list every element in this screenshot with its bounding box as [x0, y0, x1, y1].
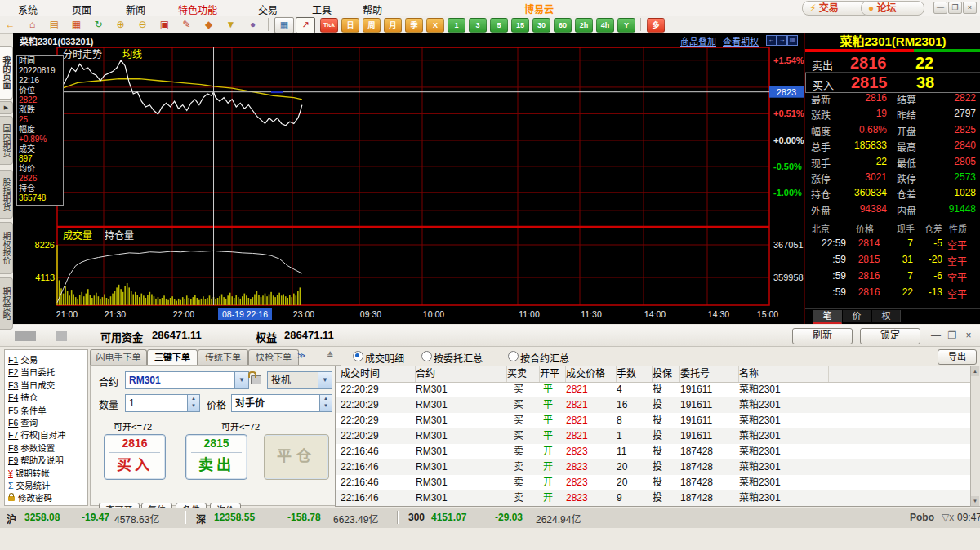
order-tab-快枪下单[interactable]: 快枪下单	[248, 349, 299, 365]
view-options-link[interactable]: 查看期权	[723, 34, 759, 47]
export-button[interactable]: 导出	[938, 349, 977, 365]
alarm-icon[interactable]: ◆	[202, 18, 216, 31]
scroll-up-icon[interactable]: ▲	[971, 366, 979, 376]
forum-button[interactable]: ● 论坛	[861, 1, 924, 16]
tree-item-行权|自对冲[interactable]: F7行权|自对冲	[8, 428, 66, 441]
period-button-季[interactable]: 季	[405, 18, 423, 33]
hedge-select[interactable]: 投机▼	[267, 371, 332, 389]
filter-x-icon[interactable]: ▽x	[942, 512, 954, 523]
trade-minimize-icon[interactable]: —	[929, 330, 942, 341]
unlock-icon[interactable]	[251, 375, 261, 384]
table-scrollbar[interactable]: ▲ ▼	[970, 366, 980, 507]
chevron-down-icon[interactable]: ▼	[318, 372, 332, 388]
order-tab-闪电手下单[interactable]: 闪电手下单	[90, 349, 147, 365]
spinner-icons[interactable]: ▲▼	[187, 395, 199, 411]
back-arrow-icon[interactable]: ←	[3, 18, 17, 31]
ask-row[interactable]: 卖出 2816 22	[805, 54, 980, 73]
period-button-2h[interactable]: 2h	[575, 18, 593, 33]
tree-item-持仓[interactable]: F4持仓	[8, 391, 38, 403]
left-tab-股指期货[interactable]: 股指期货	[0, 170, 13, 219]
menu-item-交易[interactable]: 交易	[255, 2, 281, 17]
table-row[interactable]: 22:20:29RM301买平28214投191611菜粕2301	[336, 382, 971, 397]
table-row[interactable]: 22:16:46RM301卖开282320投187428菜粕2301	[336, 459, 971, 475]
user-badge-icon[interactable]: ●	[246, 18, 260, 31]
period-button-5[interactable]: 5	[490, 18, 508, 33]
table-row[interactable]: 22:20:29RM301买平28218投191611菜粕2301	[336, 413, 971, 428]
collapse-panel-icon[interactable]: ≜	[327, 351, 333, 360]
radio-按委托汇总[interactable]	[421, 351, 432, 361]
menu-item-新闻[interactable]: 新闻	[122, 2, 149, 17]
tree-item-银期转帐[interactable]: ¥银期转帐	[8, 467, 50, 479]
menu-item-系统[interactable]: 系统	[15, 2, 41, 17]
tree-item-帮助及说明[interactable]: F9帮助及说明	[8, 454, 64, 466]
edit-pencil-icon[interactable]: ✎	[180, 18, 194, 31]
period-button-Y[interactable]: Y	[617, 18, 635, 33]
col-header-成交价格[interactable]: 成交价格	[561, 366, 617, 382]
tabs-more-icon[interactable]: ≫	[297, 351, 305, 360]
tree-item-当日成交[interactable]: F3当日成交	[8, 379, 55, 391]
overlay-commodity-link[interactable]: 商品叠加	[680, 34, 716, 47]
tree-item-交易[interactable]: F1交易	[8, 353, 38, 366]
quote-tab-权[interactable]: 权	[872, 310, 901, 322]
maximize-button[interactable]: ❐	[948, 2, 962, 14]
tree-item-修改密码[interactable]: 修改密码	[8, 491, 52, 503]
table-row[interactable]: 22:16:46RM301卖开282311投187428菜粕2301	[336, 444, 971, 459]
lock-button[interactable]: 锁定	[860, 328, 920, 344]
table-row[interactable]: 22:16:46RM301卖开282320投187428菜粕2301	[336, 475, 971, 490]
blocks-icon[interactable]: ▣	[158, 18, 172, 31]
home-icon[interactable]: ⌂	[25, 18, 39, 31]
menu-item-帮助[interactable]: 帮助	[359, 2, 385, 17]
filter-icon[interactable]: ▼	[224, 18, 238, 31]
intraday-chart[interactable]: +1.54%+0.51%+0.00%-0.50%-1.00%2823822641…	[13, 47, 804, 324]
order-tab-三键下单[interactable]: 三键下单	[147, 349, 198, 365]
tree-item-当日委托[interactable]: F2当日委托	[8, 366, 55, 378]
period-button-30[interactable]: 30	[532, 18, 550, 33]
minimize-button[interactable]: —	[933, 2, 947, 14]
radio-按合约汇总[interactable]	[508, 351, 519, 361]
window-mode-icon[interactable]: ▥	[787, 35, 798, 46]
close-position-button[interactable]: 平仓	[264, 434, 329, 480]
order-tab-传统下单[interactable]: 传统下单	[198, 349, 248, 365]
menu-item-特色功能[interactable]: 特色功能	[175, 2, 220, 17]
tree-item-参数设置[interactable]: F8参数设置	[8, 441, 55, 454]
calculator-icon[interactable]: ▦	[69, 18, 83, 31]
contract-select[interactable]: RM301▼	[125, 371, 249, 389]
quote-tab-笔[interactable]: 笔	[813, 310, 842, 324]
sell-button[interactable]: 2815卖出	[185, 434, 247, 480]
quote-tab-价[interactable]: 价	[843, 310, 871, 322]
table-row[interactable]: 22:16:46RM301卖开28239投187428菜粕2301	[336, 490, 971, 506]
next-contract-icon[interactable]: →	[777, 35, 787, 46]
trade-close-icon[interactable]: ×	[962, 330, 975, 341]
period-button-3[interactable]: 3	[469, 18, 487, 33]
qty-input[interactable]: 1▲▼	[125, 394, 200, 412]
menu-item-页面[interactable]: 页面	[69, 2, 95, 17]
period-button-月[interactable]: 月	[384, 18, 402, 33]
refresh-button[interactable]: 刷新	[792, 328, 853, 344]
period-button-多[interactable]: 多	[647, 18, 665, 33]
trend-chart-button[interactable]: ↗	[296, 17, 315, 33]
left-tab-期权策略[interactable]: 期权策略	[0, 277, 13, 330]
table-row[interactable]: 22:20:29RM301买平28211投191611菜粕2301	[336, 428, 971, 444]
period-button-15[interactable]: 15	[511, 18, 529, 33]
period-button-Tick[interactable]: Tick	[320, 18, 338, 33]
period-button-60[interactable]: 60	[554, 18, 572, 33]
menu-item-工具[interactable]: 工具	[309, 2, 335, 17]
period-button-4h[interactable]: 4h	[596, 18, 614, 33]
tree-item-交易统计[interactable]: Σ交易统计	[8, 479, 51, 491]
scroll-down-icon[interactable]: ▼	[971, 496, 979, 506]
prev-contract-icon[interactable]: ←	[766, 35, 777, 46]
pages-icon[interactable]: ▤	[47, 18, 61, 31]
table-row[interactable]: 22:20:29RM301买平282116投191611菜粕2301	[336, 397, 971, 413]
close-button[interactable]: ×	[963, 2, 977, 14]
zoom-in-icon[interactable]: ⊕	[114, 18, 127, 31]
left-tab-国内期货[interactable]: 国内期货	[0, 116, 13, 165]
price-mode-select[interactable]: 对手价▲▼	[231, 394, 332, 412]
trade-restore-icon[interactable]: ❐	[946, 330, 959, 341]
buy-button[interactable]: 2816买入	[104, 434, 166, 480]
quote-table-button[interactable]: ▦	[274, 17, 294, 33]
left-tab-期权报价[interactable]: 期权报价	[0, 222, 13, 274]
period-button-日[interactable]: 日	[341, 18, 359, 33]
period-button-X[interactable]: X	[426, 18, 444, 33]
col-header-名称[interactable]: 名称	[734, 366, 829, 382]
spinner-icons[interactable]: ▲▼	[319, 395, 332, 411]
